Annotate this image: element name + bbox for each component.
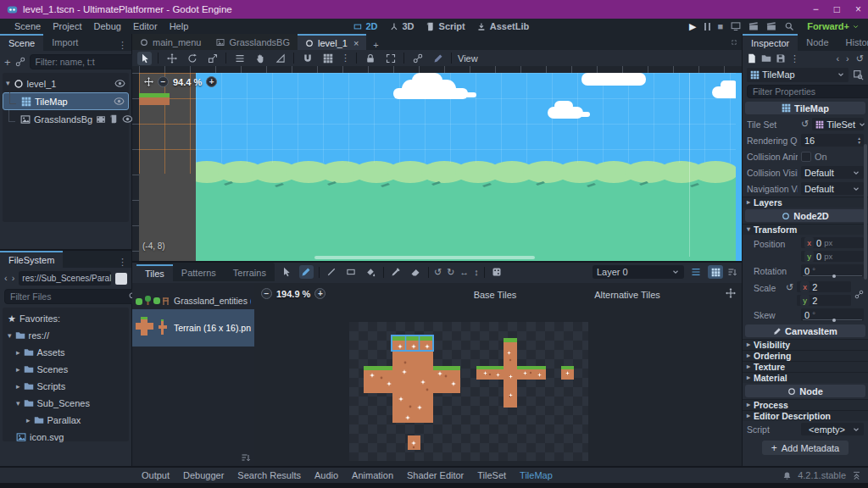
open-docs-icon[interactable]	[853, 69, 864, 80]
flip-horizontal-icon[interactable]: ↔	[459, 268, 469, 277]
collapse-icon[interactable]: ▾	[16, 400, 20, 408]
group-transform[interactable]: ▾Transform	[743, 224, 868, 235]
minimize-button[interactable]: −	[813, 3, 819, 15]
renderer-select[interactable]: Forward+	[807, 21, 860, 31]
current-path[interactable]: res://Sub_Scenes/Parallax/	[19, 271, 111, 286]
tab-tiles[interactable]: Tiles	[136, 264, 173, 281]
folder-scripts[interactable]: ▸ Scripts	[3, 378, 129, 395]
snap-options-icon[interactable]: ⋮	[341, 53, 350, 63]
scale-x-field[interactable]: x 2	[797, 281, 851, 292]
dock-menu-icon[interactable]: ⋮	[114, 40, 131, 51]
tab-filesystem[interactable]: FileSystem	[0, 251, 63, 268]
stop-button[interactable]: ■	[718, 21, 724, 31]
viewport-canvas[interactable]: − 94.4 % + (-4, 8)	[139, 73, 742, 261]
pan-atlas-icon[interactable]	[726, 288, 736, 298]
save-resource-icon[interactable]	[776, 53, 786, 64]
play-scene-button[interactable]	[748, 21, 759, 31]
menu-editor[interactable]: Editor	[127, 21, 164, 31]
tile-atlas-image[interactable]	[349, 322, 588, 461]
file-filter-input[interactable]	[4, 289, 141, 304]
selectable-list-tool[interactable]	[232, 52, 247, 65]
panel-debugger[interactable]: Debugger	[177, 470, 230, 480]
tab-import[interactable]: Import	[43, 34, 86, 51]
workspace-script[interactable]: Script	[426, 21, 465, 31]
scene-tab-grasslandsbg[interactable]: GrasslandsBG	[209, 34, 298, 50]
group-editor-description[interactable]: ▸Editor Description	[743, 410, 868, 421]
layer-select[interactable]: Layer 0	[593, 265, 684, 279]
add-metadata-button[interactable]: + Add Metadata	[762, 441, 849, 455]
folder-parallax[interactable]: ▸ Parallax	[3, 412, 129, 429]
folder-scenes[interactable]: ▸ Scenes	[3, 361, 129, 378]
pan-mode-icon[interactable]	[144, 77, 153, 86]
rendering-quadrant-spinner[interactable]: 16 ▴▾	[801, 134, 864, 147]
source-grassland-entities[interactable]: Grassland_entities (16 x 16...	[132, 291, 254, 309]
close-tab-icon[interactable]: ×	[353, 38, 359, 48]
expand-icon[interactable]: ▸	[26, 417, 31, 424]
tab-inspector[interactable]: Inspector	[743, 34, 798, 51]
zoom-out-button[interactable]: −	[158, 76, 169, 87]
group-ordering[interactable]: ▸Ordering	[743, 350, 868, 361]
visibility-eye-icon[interactable]	[114, 96, 125, 107]
menu-debug[interactable]: Debug	[87, 21, 126, 31]
tab-scene[interactable]: Scene	[0, 34, 43, 51]
object-history-icon[interactable]: ↺	[856, 54, 864, 64]
tree-node-grasslandsbg[interactable]: GrasslandsBg	[3, 110, 129, 128]
lock-node-button[interactable]	[363, 52, 377, 65]
remote-debug-icon[interactable]	[731, 21, 741, 31]
folder-assets[interactable]: ▸ Assets	[3, 344, 129, 361]
highlight-layer-toggle[interactable]	[688, 265, 704, 279]
horizontal-scrollbar[interactable]	[314, 256, 535, 259]
skeleton-color-button[interactable]	[431, 52, 445, 65]
folder-sub-scenes[interactable]: ▾ Sub_Scenes	[3, 395, 129, 412]
maximize-button[interactable]: □	[834, 3, 840, 15]
script-attached-icon[interactable]	[109, 114, 119, 124]
group-node-button[interactable]	[383, 52, 398, 65]
zoom-out-button[interactable]: −	[261, 288, 272, 299]
grid-snap-toggle[interactable]	[320, 52, 335, 65]
skeleton-options-button[interactable]	[410, 52, 425, 65]
tile-picker-tool[interactable]	[389, 265, 403, 279]
group-layers[interactable]: ▸Layers	[743, 197, 868, 208]
collision-visibility-select[interactable]: Default	[801, 166, 864, 179]
scene-tab-level-1[interactable]: level_1 ×	[298, 34, 366, 50]
property-filter-input[interactable]	[747, 85, 868, 98]
collision-animatable-checkbox[interactable]	[801, 152, 811, 162]
ruler-tool[interactable]	[273, 52, 287, 65]
close-button[interactable]: ×	[855, 3, 861, 15]
pause-button[interactable]	[704, 23, 710, 30]
revert-icon[interactable]: ↺	[801, 119, 809, 129]
toggle-split-mode-button[interactable]	[115, 273, 127, 285]
tile-rect-tool[interactable]	[344, 265, 359, 279]
spinner-arrows-icon[interactable]: ▴▾	[858, 136, 860, 144]
folder-res[interactable]: ▾ res://	[3, 327, 129, 344]
tilemap-menu-icon[interactable]	[727, 267, 737, 277]
file-icon-svg[interactable]: icon.svg	[3, 429, 129, 446]
history-back-icon[interactable]: ‹	[836, 54, 839, 64]
navigation-visibility-select[interactable]: Default	[801, 182, 864, 195]
favorites-row[interactable]: ★ Favorites:	[3, 310, 129, 327]
tile-select-tool[interactable]	[280, 265, 294, 279]
nav-forward-icon[interactable]: ›	[12, 274, 15, 283]
tab-patterns[interactable]: Patterns	[173, 264, 225, 281]
expand-bottom-panel-icon[interactable]	[852, 471, 861, 480]
tile-atlas-view[interactable]: − 194.9 % + Base Tiles Alternative Tiles	[254, 283, 742, 466]
panel-animation[interactable]: Animation	[346, 470, 399, 480]
atlas-zoom-level[interactable]: 194.9 %	[276, 289, 310, 299]
panel-search-results[interactable]: Search Results	[231, 470, 307, 480]
tile-eraser-tool[interactable]	[409, 265, 423, 279]
expand-icon[interactable]: ▸	[16, 383, 20, 391]
workspace-assetlib[interactable]: AssetLib	[477, 21, 529, 31]
new-resource-icon[interactable]	[747, 53, 757, 64]
random-tile-toggle[interactable]	[490, 265, 504, 279]
rotate-tool[interactable]	[185, 52, 199, 65]
expand-icon[interactable]: ▸	[16, 349, 20, 357]
expand-viewport-icon[interactable]	[732, 37, 742, 47]
group-material[interactable]: ▸Material	[743, 372, 868, 383]
scene-instance-icon[interactable]	[96, 114, 106, 125]
collapse-icon[interactable]: ▾	[8, 332, 12, 340]
movie-maker-icon[interactable]	[784, 21, 794, 31]
tab-terrains[interactable]: Terrains	[225, 264, 275, 281]
zoom-in-button[interactable]: +	[206, 76, 217, 87]
select-tool[interactable]	[137, 52, 152, 65]
rotate-right-icon[interactable]: ↻	[447, 268, 454, 277]
